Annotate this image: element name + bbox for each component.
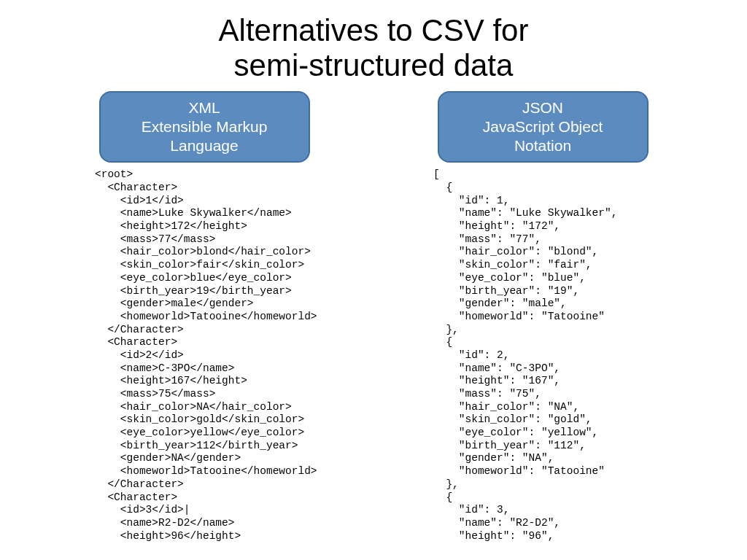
- title-line-1: Alternatives to CSV for: [219, 13, 529, 47]
- xml-heading-line-2: Extensible Markup: [142, 118, 268, 135]
- json-column: JSON JavaScript Object Notation [ { "id"…: [433, 91, 652, 543]
- slide-title: Alternatives to CSV for semi-structured …: [0, 0, 747, 84]
- json-heading-line-1: JSON: [522, 99, 563, 116]
- xml-heading-pill: XML Extensible Markup Language: [99, 91, 310, 163]
- json-heading-pill: JSON JavaScript Object Notation: [438, 91, 649, 163]
- content-columns: XML Extensible Markup Language <root> <C…: [0, 91, 747, 543]
- json-code-block: [ { "id": 1, "name": "Luke Skywalker", "…: [433, 168, 652, 542]
- xml-code-block: <root> <Character> <id>1</id> <name>Luke…: [95, 168, 314, 542]
- xml-heading-line-1: XML: [188, 99, 220, 116]
- json-heading-line-3: Notation: [514, 137, 571, 154]
- xml-heading-line-3: Language: [170, 137, 238, 154]
- json-heading-line-2: JavaScript Object: [483, 118, 603, 135]
- title-line-2: semi-structured data: [234, 48, 514, 82]
- xml-column: XML Extensible Markup Language <root> <C…: [95, 91, 314, 543]
